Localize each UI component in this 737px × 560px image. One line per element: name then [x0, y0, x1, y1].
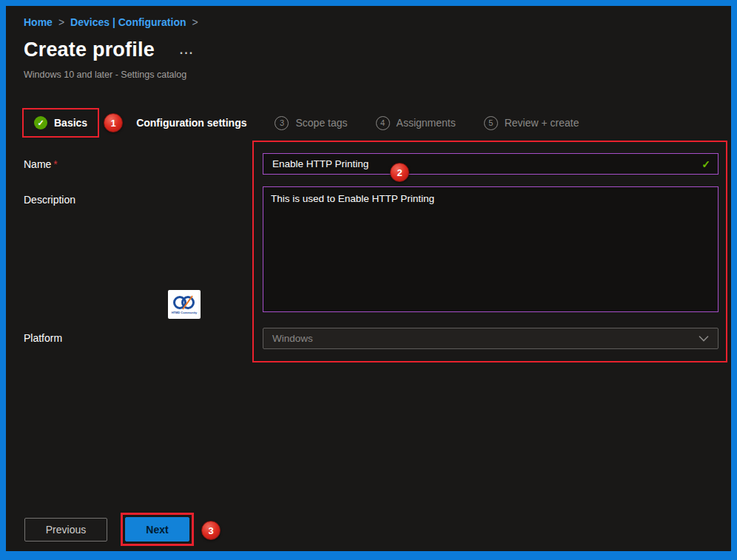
platform-selected-value: Windows	[272, 333, 313, 344]
name-label: Name*	[24, 158, 58, 170]
name-field: ✓	[263, 153, 719, 175]
page-title: Create profile	[24, 38, 155, 61]
tab-assignments: 4 Assignments	[376, 116, 456, 130]
tab-scope-tags-label: Scope tags	[295, 117, 347, 129]
annotation-circle-1: 1	[104, 113, 123, 132]
htmd-logo-glyph-icon	[172, 294, 197, 311]
step-number-icon: 5	[484, 116, 498, 130]
description-input[interactable]: This is used to Enable HTTP Printing	[263, 187, 718, 311]
tab-review-create-label: Review + create	[505, 117, 579, 129]
tab-assignments-label: Assignments	[397, 117, 456, 129]
name-input[interactable]	[271, 158, 696, 170]
step-number-icon: 3	[275, 116, 289, 130]
next-button[interactable]: Next	[125, 517, 189, 542]
tab-scope-tags: 3 Scope tags	[275, 116, 347, 130]
breadcrumb-home-link[interactable]: Home	[24, 16, 53, 28]
create-profile-window: Home > Devices | Configuration > Create …	[0, 0, 737, 560]
annotation-box-next: Next	[121, 513, 194, 546]
required-asterisk: *	[53, 158, 57, 170]
breadcrumb: Home > Devices | Configuration >	[24, 16, 198, 28]
breadcrumb-separator-icon: >	[192, 16, 198, 28]
description-field: This is used to Enable HTTP Printing	[263, 186, 719, 312]
tab-review-create: 5 Review + create	[484, 116, 579, 130]
tab-configuration-settings[interactable]: Configuration settings	[136, 117, 246, 129]
htmd-community-logo: HTMD Community	[168, 290, 201, 319]
tab-basics[interactable]: ✓ Basics	[22, 108, 99, 138]
tab-basics-label: Basics	[54, 117, 87, 129]
annotation-circle-3: 3	[201, 521, 221, 540]
wizard-steps: ✓ Basics 1 Configuration settings 3 Scop…	[22, 108, 579, 138]
platform-dropdown: Windows	[263, 328, 719, 349]
previous-button[interactable]: Previous	[24, 518, 107, 542]
htmd-logo-caption: HTMD Community	[172, 311, 198, 314]
more-options-button[interactable]: ...	[177, 42, 197, 58]
breadcrumb-separator-icon: >	[58, 16, 64, 28]
page-subtitle: Windows 10 and later - Settings catalog	[24, 70, 186, 80]
step-number-icon: 4	[376, 116, 390, 130]
valid-check-icon: ✓	[701, 158, 710, 170]
annotation-circle-2: 2	[390, 163, 409, 182]
chevron-down-icon	[699, 335, 709, 342]
basics-complete-check-icon: ✓	[34, 116, 47, 129]
description-label: Description	[24, 194, 75, 206]
platform-label: Platform	[24, 332, 62, 344]
breadcrumb-devices-configuration-link[interactable]: Devices | Configuration	[70, 16, 186, 28]
